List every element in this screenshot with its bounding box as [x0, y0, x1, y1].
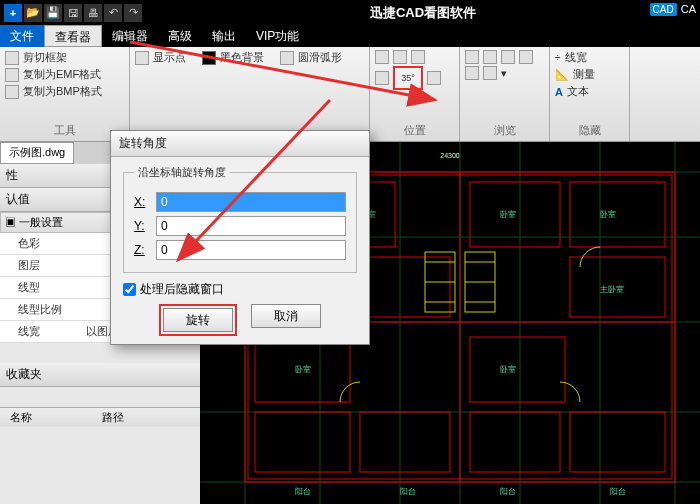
hide-checkbox-input[interactable]	[123, 283, 136, 296]
svg-text:阳台: 阳台	[500, 487, 516, 496]
svg-text:主卧室: 主卧室	[600, 285, 624, 294]
y-label: Y:	[134, 219, 156, 233]
prop-linewidth[interactable]: 线宽	[0, 321, 80, 342]
new-icon[interactable]: +	[4, 4, 22, 22]
quick-access: + 📂 💾 🖫 🖶 ↶ ↷	[0, 4, 146, 22]
clip-frame-button[interactable]: 剪切框架	[5, 50, 124, 65]
svg-text:卧室: 卧室	[500, 210, 516, 219]
rotate-button[interactable]: 旋转	[163, 308, 233, 332]
prop-layer[interactable]: 图层	[0, 255, 80, 276]
menu-viewer[interactable]: 查看器	[44, 25, 102, 47]
z-input[interactable]	[156, 240, 346, 260]
saveas-icon[interactable]: 🖫	[64, 4, 82, 22]
ribbon: 剪切框架 复制为EMF格式 复制为BMP格式 工具 显示点 黑色背景 圆滑弧形	[0, 47, 700, 142]
group-browse-label: 浏览	[465, 123, 544, 138]
x-input[interactable]	[156, 192, 346, 212]
col-path: 路径	[92, 408, 134, 427]
menu-advanced[interactable]: 高级	[158, 25, 202, 47]
dim-top: 24300	[440, 152, 460, 159]
group-label: 沿坐标轴旋转角度	[134, 165, 230, 180]
prop-color[interactable]: 色彩	[0, 233, 80, 254]
y-input[interactable]	[156, 216, 346, 236]
rotate-button-highlight: 旋转	[159, 304, 237, 336]
svg-text:阳台: 阳台	[610, 487, 626, 496]
svg-rect-21	[255, 412, 350, 472]
menu-editor[interactable]: 编辑器	[102, 25, 158, 47]
smooth-icon[interactable]	[280, 51, 294, 65]
save-icon[interactable]: 💾	[44, 4, 62, 22]
group-hide-label: 隐藏	[555, 123, 624, 138]
rotate-angle-button-highlight: 35°	[393, 66, 423, 90]
measure-btn[interactable]: 📐测量	[555, 67, 624, 82]
prop-linetype[interactable]: 线型	[0, 277, 80, 298]
titlebar: + 📂 💾 🖫 🖶 ↶ ↷ 迅捷CAD看图软件 CAD CA	[0, 0, 700, 25]
cad-badge-icon: CAD	[650, 3, 677, 16]
hide-after-checkbox[interactable]: 处理后隐藏窗口	[123, 281, 357, 298]
favorites-columns: 名称 路径	[0, 407, 200, 427]
menu-vip[interactable]: VIP功能	[246, 25, 309, 47]
svg-text:阳台: 阳台	[400, 487, 416, 496]
axis-group: 沿坐标轴旋转角度 X: Y: Z:	[123, 165, 357, 273]
col-name: 名称	[0, 408, 42, 427]
undo-icon[interactable]: ↶	[104, 4, 122, 22]
menu-output[interactable]: 输出	[202, 25, 246, 47]
doc-tab-1[interactable]: 示例图.dwg	[0, 142, 74, 164]
cancel-button[interactable]: 取消	[251, 304, 321, 328]
svg-text:卧室: 卧室	[600, 210, 616, 219]
linewidth-btn[interactable]: ÷线宽	[555, 50, 624, 65]
z-label: Z:	[134, 243, 156, 257]
copy-emf-button[interactable]: 复制为EMF格式	[5, 67, 124, 82]
svg-rect-22	[360, 412, 450, 472]
x-label: X:	[134, 195, 156, 209]
svg-rect-27	[570, 412, 665, 472]
show-point[interactable]: 显示点	[153, 50, 186, 65]
group-position-label: 位置	[375, 123, 454, 138]
redo-icon[interactable]: ↷	[124, 4, 142, 22]
group-tools-label: 工具	[5, 123, 124, 138]
ca-text: CA	[681, 3, 696, 16]
black-bg[interactable]: 黑色背景	[220, 50, 264, 65]
print-icon[interactable]: 🖶	[84, 4, 102, 22]
showpoint-icon[interactable]	[135, 51, 149, 65]
open-icon[interactable]: 📂	[24, 4, 42, 22]
svg-text:卧室: 卧室	[500, 365, 516, 374]
text-btn[interactable]: A文本	[555, 84, 624, 99]
smooth-arc[interactable]: 圆滑弧形	[298, 50, 342, 65]
rotate-dialog: 旋转角度 沿坐标轴旋转角度 X: Y: Z: 处理后隐藏窗口 旋转 取消	[110, 130, 370, 345]
app-title: 迅捷CAD看图软件	[146, 4, 700, 22]
dialog-title[interactable]: 旋转角度	[111, 131, 369, 157]
copy-bmp-button[interactable]: 复制为BMP格式	[5, 84, 124, 99]
svg-rect-19	[360, 257, 450, 317]
favorites-header: 收藏夹	[0, 363, 200, 387]
svg-text:卧室: 卧室	[295, 365, 311, 374]
svg-rect-26	[470, 337, 565, 402]
bg-color-icon[interactable]	[202, 51, 216, 65]
svg-rect-28	[470, 412, 560, 472]
prop-ltscale[interactable]: 线型比例	[0, 299, 80, 320]
rotate-angle-button[interactable]: 35°	[396, 69, 420, 87]
menubar: 文件 查看器 编辑器 高级 输出 VIP功能	[0, 25, 700, 47]
svg-text:阳台: 阳台	[295, 487, 311, 496]
menu-file[interactable]: 文件	[0, 25, 44, 47]
